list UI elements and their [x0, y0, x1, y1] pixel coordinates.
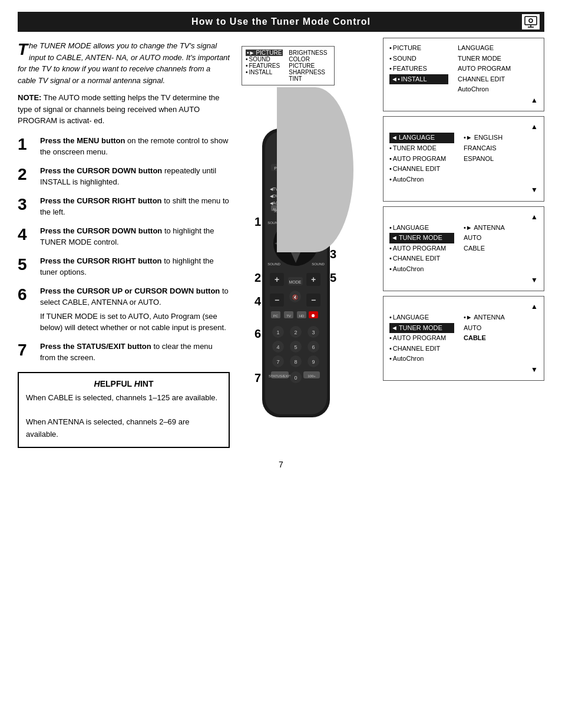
svg-text:4: 4	[276, 344, 279, 350]
step-num-3: 3	[330, 248, 336, 261]
panel-4-left: •LANGUAGE ◄TUNER MODE •AUTO PROGRAM •CHA…	[389, 312, 454, 364]
menu-panel-1: •PICTURE •SOUND •FEATURES ◄•INSTALL LANG…	[383, 38, 544, 111]
right-column: •PICTURE •SOUND •FEATURES ◄•INSTALL LANG…	[383, 38, 544, 448]
svg-text:MODE: MODE	[289, 280, 302, 284]
step-6: 6 Press the CURSOR UP or CURSOR DOWN but…	[18, 285, 230, 334]
svg-text:SOUND: SOUND	[267, 262, 280, 266]
menu-panel-4: ▲ •LANGUAGE ◄TUNER MODE •AUTO PROGRAM •C…	[383, 296, 544, 381]
middle-column: •►PICTURE •SOUND •FEATURES •INSTALL BRIG…	[242, 32, 371, 448]
panel-3-right: •► ANTENNA AUTO CABLE	[464, 223, 505, 275]
svg-text:⏺: ⏺	[311, 313, 316, 318]
svg-text:🔇: 🔇	[292, 294, 298, 300]
svg-text:TV: TV	[286, 314, 291, 318]
panel-1-right: LANGUAGE TUNER MODE AUTO PROGRAM CHANNEL…	[458, 43, 511, 95]
svg-text:3: 3	[312, 330, 315, 335]
panel-3-left: •LANGUAGE ◄TUNER MODE •AUTO PROGRAM •CHA…	[389, 223, 454, 275]
svg-text:+: +	[275, 275, 279, 284]
panel-1-left: •PICTURE •SOUND •FEATURES ◄•INSTALL	[389, 43, 448, 95]
svg-text:6: 6	[312, 344, 315, 350]
svg-text:+: +	[311, 275, 316, 284]
menu-panel-3: ▲ •LANGUAGE ◄TUNER MODE •AUTO PROGRAM •C…	[383, 206, 544, 291]
step-4: 4 Press the CURSOR DOWN button to highli…	[18, 225, 230, 248]
svg-text:8: 8	[294, 359, 297, 365]
panel-4-right: •► ANTENNA AUTO CABLE	[464, 312, 505, 364]
svg-text:STATUS/EXIT: STATUS/EXIT	[269, 374, 291, 378]
hint-text: When CABLE is selected, channels 1–125 a…	[26, 392, 222, 441]
hint-title: HELPFUL HINT	[26, 379, 222, 388]
step-1: 1 Press the MENU button on the remote co…	[18, 135, 230, 158]
step-2: 2 Press the CURSOR DOWN button repeatedl…	[18, 165, 230, 188]
svg-point-3	[529, 19, 533, 22]
svg-text:9: 9	[312, 359, 315, 365]
step-num-7: 7	[254, 371, 261, 384]
tv-screen-diagram: •►PICTURE •SOUND •FEATURES •INSTALL BRIG…	[242, 46, 335, 85]
svg-text:5: 5	[294, 344, 297, 350]
left-column: The TUNER MODE allows you to change the …	[18, 32, 230, 448]
step-num-2: 2	[254, 271, 261, 284]
page-number: 7	[0, 460, 562, 469]
svg-text:−: −	[311, 295, 316, 305]
header-title: How to Use the Tuner Mode Control	[191, 17, 371, 27]
step-num-5: 5	[330, 271, 336, 284]
steps-list: 1 Press the MENU button on the remote co…	[18, 135, 230, 364]
svg-text:1: 1	[276, 330, 279, 335]
step-num-1: 1	[254, 215, 261, 228]
step-num-6: 6	[254, 327, 261, 340]
step-5: 5 Press the CURSOR RIGHT button to highl…	[18, 255, 230, 278]
note-text: NOTE: The AUTO mode setting helps the TV…	[18, 92, 230, 127]
panel-2-right: •► ENGLISH FRANCAIS ESPANOL	[464, 133, 503, 185]
panel-2-left: ◄LANGUAGE •TUNER MODE •AUTO PROGRAM •CHA…	[389, 133, 454, 185]
step-7: 7 Press the STATUS/EXIT button to clear …	[18, 341, 230, 364]
svg-text:PC: PC	[273, 314, 279, 318]
hint-box: HELPFUL HINT When CABLE is selected, cha…	[18, 372, 230, 448]
step-num-4: 4	[254, 295, 262, 308]
step-3: 3 Press the CURSOR RIGHT button to shift…	[18, 195, 230, 218]
page-header: How to Use the Tuner Mode Control	[18, 12, 544, 32]
svg-text:2: 2	[294, 330, 297, 335]
header-icon	[522, 14, 540, 29]
intro-text: The TUNER MODE allows you to change the …	[18, 40, 230, 86]
svg-text:7: 7	[276, 359, 279, 365]
svg-text:−: −	[275, 295, 279, 305]
svg-text:HD: HD	[299, 314, 305, 318]
svg-text:SOUND: SOUND	[312, 262, 325, 266]
drop-cap: T	[18, 41, 28, 58]
menu-panel-2: ▲ ◄LANGUAGE •TUNER MODE •AUTO PROGRAM •C…	[383, 116, 544, 201]
svg-text:0: 0	[294, 375, 297, 381]
svg-rect-0	[525, 17, 537, 25]
svg-text:100+: 100+	[308, 374, 316, 378]
